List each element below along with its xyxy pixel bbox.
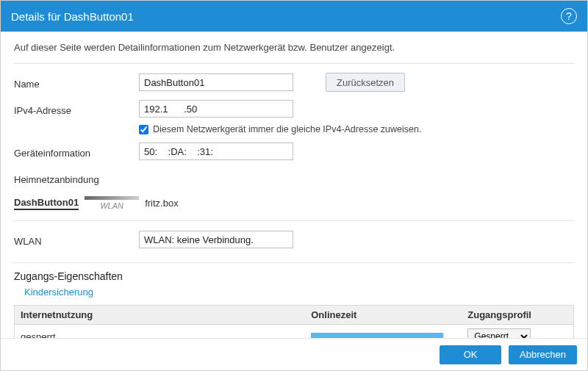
profile-cell: Gesperrt: [462, 325, 573, 339]
table-row: gesperrt Gesperrt: [15, 325, 574, 339]
row-devinfo: Geräteinformation: [14, 140, 574, 162]
content: Auf dieser Seite werden Detailinformatio…: [1, 32, 587, 338]
static-ip-checkbox[interactable]: [139, 125, 148, 134]
separator: [14, 262, 574, 263]
online-time-bar-fill: [311, 333, 443, 338]
table-header-row: Internetnutzung Onlinezeit Zugangsprofil: [15, 306, 574, 325]
titlebar: Details für DashButton01 ?: [1, 1, 587, 32]
cancel-button[interactable]: Abbrechen: [509, 345, 577, 364]
separator: [14, 63, 574, 64]
col-internet-usage: Internetnutzung: [15, 306, 306, 325]
topology-link-label: WLAN: [100, 201, 123, 210]
row-wlan: WLAN: [14, 228, 574, 251]
internet-usage-value: gesperrt: [15, 325, 306, 339]
row-static-ip: Diesem Netzwerkgerät immer die gleiche I…: [139, 124, 574, 134]
ipv4-input[interactable]: [139, 100, 293, 118]
dialog: Details für DashButton01 ? Auf dieser Se…: [0, 0, 588, 371]
devinfo-label: Geräteinformation: [14, 145, 139, 159]
reset-button[interactable]: Zurücksetzen: [326, 73, 405, 92]
topology-diagram: DashButton01 WLAN fritz.box: [14, 196, 574, 210]
row-ipv4: IPv4-Adresse: [14, 98, 574, 120]
topology-link: WLAN: [85, 196, 139, 210]
profile-select[interactable]: Gesperrt: [467, 328, 531, 338]
row-name: Name Zurücksetzen: [14, 71, 574, 93]
static-ip-label[interactable]: Diesem Netzwerkgerät immer die gleiche I…: [153, 124, 421, 134]
name-label: Name: [14, 76, 139, 90]
parental-control-link[interactable]: Kindersicherung: [24, 287, 574, 298]
devinfo-input[interactable]: [139, 143, 293, 160]
access-table: Internetnutzung Onlinezeit Zugangsprofil…: [14, 305, 574, 338]
name-input[interactable]: [139, 73, 293, 91]
topology-link-bar: [85, 196, 139, 200]
topology-node-router: fritz.box: [145, 198, 179, 209]
online-time-bar: [311, 333, 443, 338]
topology-node-device[interactable]: DashButton01: [14, 197, 79, 210]
dialog-title: Details für DashButton01: [11, 10, 134, 23]
help-icon[interactable]: ?: [561, 8, 577, 24]
wlan-status-input[interactable]: [139, 231, 293, 248]
col-online-time: Onlinezeit: [305, 306, 462, 325]
heimnetz-label: Heimnetzanbindung: [14, 171, 139, 185]
footer: OK Abbrechen: [1, 338, 587, 370]
col-access-profile: Zugangsprofil: [462, 306, 573, 325]
access-section-title: Zugangs-Eigenschaften: [14, 270, 574, 282]
ok-button[interactable]: OK: [440, 345, 501, 364]
intro-text: Auf dieser Seite werden Detailinformatio…: [14, 42, 574, 53]
row-heimnetz: Heimnetzanbindung: [14, 167, 574, 189]
separator: [14, 220, 574, 221]
ipv4-label: IPv4-Adresse: [14, 102, 139, 116]
online-time-cell: [305, 325, 462, 339]
wlan-label: WLAN: [14, 233, 139, 247]
